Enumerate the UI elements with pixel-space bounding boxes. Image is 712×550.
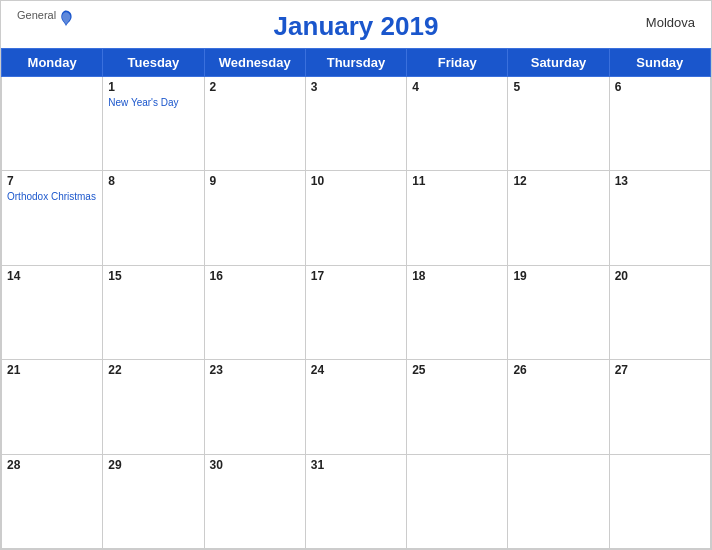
day-number: 15 (108, 269, 198, 283)
calendar-cell: 14 (2, 265, 103, 359)
calendar-cell: 20 (609, 265, 710, 359)
calendar-cell: 25 (407, 360, 508, 454)
weekday-header-thursday: Thursday (305, 49, 406, 77)
logo-general-text: General (17, 9, 56, 21)
calendar-cell: 22 (103, 360, 204, 454)
week-row-4: 21222324252627 (2, 360, 711, 454)
day-number: 30 (210, 458, 300, 472)
calendar-cell: 8 (103, 171, 204, 265)
calendar-cell: 17 (305, 265, 406, 359)
holiday-label: New Year's Day (108, 96, 198, 109)
week-row-3: 14151617181920 (2, 265, 711, 359)
day-number: 21 (7, 363, 97, 377)
logo-bird-icon (58, 9, 74, 31)
calendar-cell: 4 (407, 77, 508, 171)
calendar-cell: 1New Year's Day (103, 77, 204, 171)
day-number: 23 (210, 363, 300, 377)
day-number: 27 (615, 363, 705, 377)
week-row-2: 7Orthodox Christmas8910111213 (2, 171, 711, 265)
logo: General (17, 9, 56, 21)
day-number: 18 (412, 269, 502, 283)
weekday-header-row: MondayTuesdayWednesdayThursdayFridaySatu… (2, 49, 711, 77)
day-number: 14 (7, 269, 97, 283)
day-number: 19 (513, 269, 603, 283)
day-number: 10 (311, 174, 401, 188)
day-number: 5 (513, 80, 603, 94)
day-number: 24 (311, 363, 401, 377)
day-number: 20 (615, 269, 705, 283)
weekday-header-saturday: Saturday (508, 49, 609, 77)
week-row-5: 28293031 (2, 454, 711, 548)
calendar-cell: 7Orthodox Christmas (2, 171, 103, 265)
country-label: Moldova (646, 15, 695, 30)
calendar-cell: 15 (103, 265, 204, 359)
day-number: 25 (412, 363, 502, 377)
day-number: 1 (108, 80, 198, 94)
calendar-cell (609, 454, 710, 548)
day-number: 13 (615, 174, 705, 188)
day-number: 6 (615, 80, 705, 94)
week-row-1: 1New Year's Day23456 (2, 77, 711, 171)
calendar-header: General January 2019 Moldova (1, 1, 711, 48)
day-number: 8 (108, 174, 198, 188)
calendar-cell: 31 (305, 454, 406, 548)
weekday-header-monday: Monday (2, 49, 103, 77)
day-number: 9 (210, 174, 300, 188)
day-number: 17 (311, 269, 401, 283)
calendar-cell (508, 454, 609, 548)
calendar-table: MondayTuesdayWednesdayThursdayFridaySatu… (1, 48, 711, 549)
calendar-container: General January 2019 Moldova MondayTuesd… (0, 0, 712, 550)
calendar-cell: 5 (508, 77, 609, 171)
day-number: 11 (412, 174, 502, 188)
day-number: 31 (311, 458, 401, 472)
calendar-cell: 6 (609, 77, 710, 171)
day-number: 29 (108, 458, 198, 472)
calendar-cell: 12 (508, 171, 609, 265)
calendar-cell: 28 (2, 454, 103, 548)
day-number: 26 (513, 363, 603, 377)
calendar-cell: 9 (204, 171, 305, 265)
calendar-cell: 21 (2, 360, 103, 454)
calendar-cell: 11 (407, 171, 508, 265)
weekday-header-wednesday: Wednesday (204, 49, 305, 77)
day-number: 12 (513, 174, 603, 188)
calendar-cell: 10 (305, 171, 406, 265)
calendar-cell (407, 454, 508, 548)
day-number: 2 (210, 80, 300, 94)
holiday-label: Orthodox Christmas (7, 190, 97, 203)
calendar-title: January 2019 (274, 11, 439, 42)
calendar-cell: 24 (305, 360, 406, 454)
calendar-cell: 2 (204, 77, 305, 171)
day-number: 7 (7, 174, 97, 188)
weekday-header-tuesday: Tuesday (103, 49, 204, 77)
calendar-cell (2, 77, 103, 171)
calendar-cell: 27 (609, 360, 710, 454)
calendar-cell: 29 (103, 454, 204, 548)
calendar-cell: 13 (609, 171, 710, 265)
calendar-cell: 26 (508, 360, 609, 454)
day-number: 16 (210, 269, 300, 283)
day-number: 4 (412, 80, 502, 94)
calendar-cell: 18 (407, 265, 508, 359)
weekday-header-friday: Friday (407, 49, 508, 77)
calendar-cell: 16 (204, 265, 305, 359)
day-number: 3 (311, 80, 401, 94)
weekday-header-sunday: Sunday (609, 49, 710, 77)
day-number: 22 (108, 363, 198, 377)
calendar-cell: 30 (204, 454, 305, 548)
calendar-cell: 23 (204, 360, 305, 454)
day-number: 28 (7, 458, 97, 472)
calendar-cell: 19 (508, 265, 609, 359)
calendar-cell: 3 (305, 77, 406, 171)
